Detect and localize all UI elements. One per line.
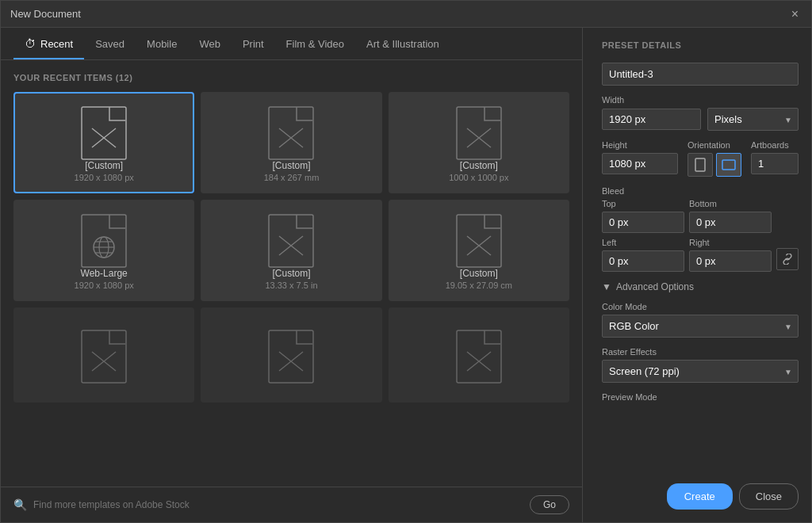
items-section: YOUR RECENT ITEMS (12) [Custom] 1920 x 1… <box>1 60 582 487</box>
doc-icon <box>456 214 502 268</box>
close-button[interactable]: Close <box>739 483 799 510</box>
item-name: [Custom] <box>272 160 310 171</box>
bleed-right-label: Right <box>689 238 772 247</box>
preset-name-input[interactable] <box>602 63 799 86</box>
svg-rect-18 <box>457 215 501 267</box>
svg-rect-21 <box>82 330 126 383</box>
tab-mobile[interactable]: Mobile <box>136 28 188 59</box>
bleed-top-field: Top <box>602 199 684 233</box>
bleed-left-wrap <box>602 250 684 272</box>
height-orientation-section: Height Orientation <box>602 140 799 177</box>
item-size: 13.33 x 7.5 in <box>265 281 317 290</box>
tab-saved[interactable]: Saved <box>84 28 136 59</box>
bleed-right-input[interactable] <box>693 251 737 271</box>
bleed-left-label: Left <box>602 238 684 247</box>
bleed-right-wrap <box>689 250 772 272</box>
go-button[interactable]: Go <box>530 495 569 514</box>
width-row: Pixels Inches Millimeters Centimeters Po… <box>602 108 799 131</box>
bleed-bottom-input[interactable] <box>693 212 737 232</box>
width-input-wrap <box>602 109 701 130</box>
landscape-icon <box>722 159 736 170</box>
bleed-bottom-field: Bottom <box>689 199 772 233</box>
item-name: [Custom] <box>460 268 498 279</box>
color-mode-select-wrap: RGB Color CMYK Color Grayscale ▼ <box>602 315 799 338</box>
list-item[interactable]: [Custom] 1000 x 1000 px <box>389 92 569 193</box>
link-bleed-button[interactable] <box>776 248 799 270</box>
search-bar: 🔍 Go <box>1 487 582 522</box>
list-item[interactable]: [Custom] 13.33 x 7.5 in <box>201 200 381 301</box>
svg-rect-6 <box>457 107 501 159</box>
tab-web[interactable]: Web <box>188 28 232 59</box>
tab-film[interactable]: Film & Video <box>275 28 355 59</box>
doc-icon <box>268 214 314 268</box>
doc-icon <box>268 330 314 384</box>
section-title: YOUR RECENT ITEMS (12) <box>13 73 569 82</box>
bleed-bottom-wrap <box>689 212 772 233</box>
doc-icon <box>81 106 127 160</box>
svg-rect-15 <box>269 215 313 267</box>
raster-select[interactable]: Screen (72 ppi) Medium (150 ppi) High (3… <box>602 360 799 383</box>
svg-rect-31 <box>722 160 735 170</box>
item-name: [Custom] <box>272 268 310 279</box>
create-button[interactable]: Create <box>667 483 733 510</box>
raster-section: Raster Effects Screen (72 ppi) Medium (1… <box>602 347 799 383</box>
height-input[interactable] <box>606 154 657 174</box>
bleed-grid: Top Bottom Left <box>602 199 799 272</box>
tabs-bar: ⏱ Recent Saved Mobile Web Print Film & V… <box>1 28 582 60</box>
preview-mode-section: Preview Mode <box>602 392 799 405</box>
chevron-down-icon: ▼ <box>602 281 611 292</box>
doc-icon <box>456 330 502 384</box>
raster-label: Raster Effects <box>602 347 799 357</box>
doc-icon <box>456 106 502 160</box>
list-item[interactable] <box>13 307 194 403</box>
list-item[interactable]: [Custom] 1920 x 1080 px <box>13 92 194 193</box>
doc-icon <box>268 106 314 160</box>
doc-icon <box>81 214 127 268</box>
advanced-options-toggle[interactable]: ▼ Advanced Options <box>602 281 799 292</box>
width-label: Width <box>602 95 799 105</box>
color-mode-label: Color Mode <box>602 302 799 311</box>
advanced-options-label: Advanced Options <box>616 281 694 292</box>
color-mode-section: Color Mode RGB Color CMYK Color Grayscal… <box>602 302 799 338</box>
svg-rect-24 <box>269 330 313 383</box>
height-label: Height <box>602 140 678 150</box>
items-grid: [Custom] 1920 x 1080 px [Custom] 184 x 2… <box>13 92 569 403</box>
right-panel: PRESET DETAILS Width Pixels Inches Milli… <box>589 28 811 522</box>
search-input[interactable] <box>33 499 523 510</box>
dialog-title: New Document <box>10 8 81 20</box>
bleed-top-input[interactable] <box>606 212 649 232</box>
item-size: 1920 x 1080 px <box>75 281 134 290</box>
list-item[interactable]: [Custom] 184 x 267 mm <box>201 92 381 193</box>
orientation-buttons <box>688 153 741 177</box>
action-buttons: Create Close <box>602 483 799 510</box>
height-input-wrap <box>602 153 678 174</box>
tab-print[interactable]: Print <box>232 28 275 59</box>
artboards-col: Artboards <box>751 140 799 174</box>
list-item[interactable] <box>389 307 569 403</box>
orientation-col: Orientation <box>688 140 741 177</box>
portrait-button[interactable] <box>688 153 713 177</box>
list-item[interactable]: [Custom] 19.05 x 27.09 cm <box>389 200 569 301</box>
height-col: Height <box>602 140 678 174</box>
list-item[interactable]: Web-Large 1920 x 1080 px <box>13 200 194 301</box>
width-input[interactable] <box>606 109 657 129</box>
color-mode-select[interactable]: RGB Color CMYK Color Grayscale <box>602 315 799 338</box>
bleed-left-input[interactable] <box>606 251 649 271</box>
dialog-close-button[interactable]: × <box>788 8 802 21</box>
item-size: 19.05 x 27.09 cm <box>446 281 512 290</box>
list-item[interactable] <box>201 307 381 403</box>
item-size: 1920 x 1080 px <box>75 173 134 182</box>
search-icon: 🔍 <box>13 498 27 511</box>
portrait-icon <box>695 158 706 172</box>
title-bar: New Document × <box>1 1 811 28</box>
tab-art[interactable]: Art & Illustration <box>355 28 450 59</box>
tab-recent[interactable]: ⏱ Recent <box>13 28 84 59</box>
artboards-input[interactable] <box>751 153 799 174</box>
bleed-top-label: Top <box>602 199 684 208</box>
landscape-button[interactable] <box>716 153 741 177</box>
new-document-dialog: New Document × ⏱ Recent Saved Mobile Web <box>0 0 812 523</box>
preset-details-title: PRESET DETAILS <box>602 40 799 50</box>
unit-select-wrap: Pixels Inches Millimeters Centimeters Po… <box>707 108 799 131</box>
unit-select[interactable]: Pixels Inches Millimeters Centimeters Po… <box>707 108 799 131</box>
doc-icon <box>81 330 127 384</box>
